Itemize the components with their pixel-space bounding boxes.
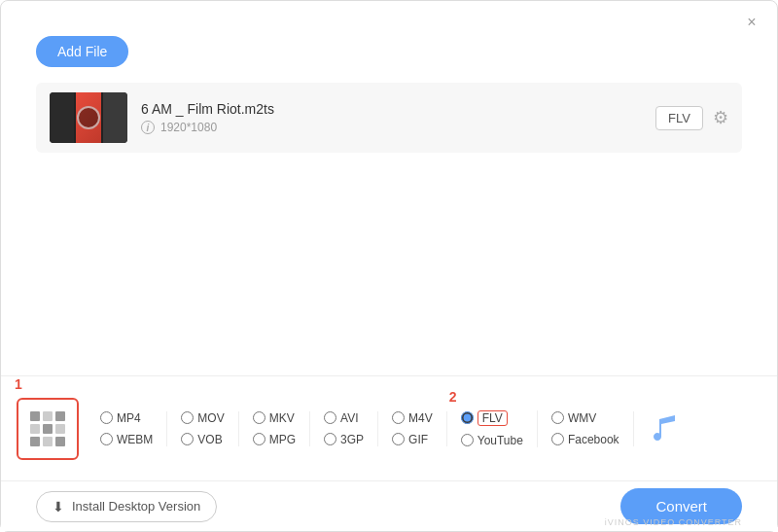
radio-avi[interactable]: AVI: [324, 411, 364, 425]
install-label: Install Desktop Version: [72, 499, 200, 514]
music-note-icon: [650, 411, 681, 443]
radio-facebook-label: Facebook: [568, 433, 619, 446]
radio-gif[interactable]: GIF: [392, 433, 433, 446]
radio-mp4[interactable]: MP4: [100, 411, 153, 425]
grid-cell: [30, 437, 40, 446]
format-col-3: MKV MPG: [239, 411, 310, 446]
step1-container: 1: [17, 398, 79, 460]
radio-vob-label: VOB: [197, 433, 222, 446]
radio-mov[interactable]: MOV: [181, 411, 224, 425]
format-col-2: MOV VOB: [167, 411, 238, 446]
film-frame-3: [103, 92, 127, 143]
radio-avi-label: AVI: [340, 411, 358, 425]
close-button[interactable]: ×: [742, 13, 761, 32]
radio-mkv-label: MKV: [269, 411, 295, 425]
step1-number: 1: [15, 376, 22, 392]
radio-mkv-input[interactable]: [253, 411, 265, 424]
watermark-text: iVINOS VIDEO CONVERTER: [605, 517, 742, 527]
radio-youtube-label: YouTube: [477, 434, 523, 447]
file-resolution: 1920*1080: [160, 121, 217, 134]
grid-cell: [55, 437, 65, 446]
step2-number: 2: [449, 389, 457, 405]
grid-cell: [55, 411, 65, 421]
radio-facebook-input[interactable]: [551, 433, 564, 445]
radio-mp4-label: MP4: [117, 411, 141, 425]
grid-icon: [30, 411, 65, 446]
radio-youtube[interactable]: YouTube: [461, 434, 523, 447]
radio-gif-label: GIF: [408, 433, 428, 446]
radio-3gp-input[interactable]: [324, 433, 336, 445]
radio-vob-input[interactable]: [181, 433, 194, 445]
file-name: 6 AM _ Film Riot.m2ts: [141, 101, 642, 117]
radio-facebook[interactable]: Facebook: [551, 433, 619, 446]
format-col-wmv: WMV Facebook: [538, 411, 634, 446]
format-badge[interactable]: FLV: [655, 106, 703, 130]
radio-youtube-input[interactable]: [461, 434, 474, 446]
bottom-panel: 1: [1, 375, 777, 531]
audio-format-icon-container[interactable]: [634, 411, 696, 445]
format-col-1: MP4 WEBM: [87, 411, 167, 446]
grid-cell: [55, 424, 65, 434]
radio-webm-label: WEBM: [117, 433, 153, 446]
info-icon[interactable]: i: [141, 121, 155, 134]
film-frame-2: [76, 92, 100, 143]
radio-mov-input[interactable]: [181, 411, 194, 424]
grid-cell: [43, 424, 53, 434]
add-file-button[interactable]: Add File: [36, 36, 128, 67]
file-info: 6 AM _ Film Riot.m2ts i 1920*1080: [127, 101, 655, 134]
step2-column: 2 FLV YouTube: [447, 410, 538, 447]
file-meta: i 1920*1080: [141, 121, 642, 134]
format-col-4: AVI 3GP: [310, 411, 378, 446]
format-columns: MP4 WEBM MOV VOB: [87, 410, 761, 447]
video-format-selector[interactable]: [17, 398, 79, 460]
format-area: 1: [1, 376, 777, 480]
format-col-5: M4V GIF: [378, 411, 447, 446]
radio-wmv-label: WMV: [568, 411, 596, 425]
radio-flv-input[interactable]: [461, 411, 474, 424]
radio-mov-label: MOV: [197, 411, 224, 425]
radio-wmv[interactable]: WMV: [551, 411, 619, 425]
radio-mpg-label: MPG: [269, 433, 296, 446]
radio-mkv[interactable]: MKV: [253, 411, 296, 425]
radio-m4v[interactable]: M4V: [392, 411, 433, 425]
radio-avi-input[interactable]: [324, 411, 336, 424]
radio-webm-input[interactable]: [100, 433, 113, 445]
radio-mpg-input[interactable]: [253, 433, 265, 445]
radio-mp4-input[interactable]: [100, 411, 113, 424]
radio-m4v-input[interactable]: [392, 411, 405, 424]
radio-mpg[interactable]: MPG: [253, 433, 296, 446]
radio-webm[interactable]: WEBM: [100, 433, 153, 446]
file-item: 6 AM _ Film Riot.m2ts i 1920*1080 FLV ⚙: [36, 83, 742, 153]
radio-gif-input[interactable]: [392, 433, 405, 445]
grid-cell: [30, 424, 40, 434]
radio-3gp[interactable]: 3GP: [324, 433, 364, 446]
radio-m4v-label: M4V: [408, 411, 433, 425]
radio-flv-label: FLV: [477, 410, 508, 426]
settings-icon[interactable]: ⚙: [713, 107, 728, 128]
app-window: × Add File 6 AM _ Film Riot.m2ts i 1920*…: [0, 0, 778, 532]
radio-vob[interactable]: VOB: [181, 433, 224, 446]
install-button[interactable]: ⬇ Install Desktop Version: [36, 491, 217, 522]
radio-flv[interactable]: FLV: [461, 410, 523, 426]
file-actions: FLV ⚙: [655, 106, 728, 130]
step2-container: FLV YouTube: [461, 410, 523, 447]
grid-cell: [43, 411, 53, 421]
film-frame-1: [50, 92, 74, 143]
grid-cell: [43, 437, 53, 446]
download-icon: ⬇: [53, 499, 64, 514]
file-thumbnail: [50, 92, 127, 143]
radio-wmv-input[interactable]: [551, 411, 564, 424]
grid-cell: [30, 411, 40, 421]
radio-3gp-label: 3GP: [340, 433, 364, 446]
